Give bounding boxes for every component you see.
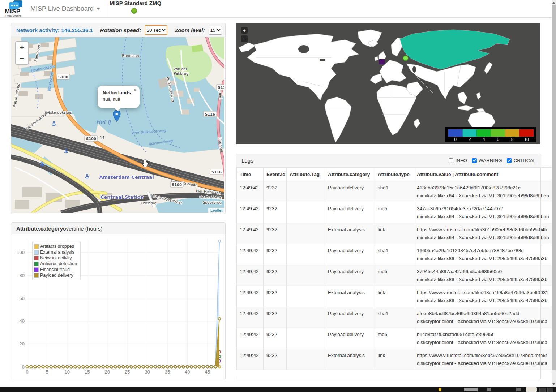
svg-text:10: 10 (65, 369, 70, 375)
taskbar-item[interactable] (547, 388, 553, 392)
svg-text:45: 45 (205, 369, 210, 375)
svg-text:20: 20 (104, 369, 110, 375)
scrollbar-up-arrow[interactable] (552, 0, 556, 5)
popup-body: null, null (103, 96, 140, 102)
page-scrollbar[interactable] (552, 0, 556, 387)
scrollbar-down-arrow[interactable] (552, 382, 556, 387)
svg-text:Bundlaan: Bundlaan (122, 54, 139, 58)
table-cell: 12:49:42 (237, 202, 264, 223)
table-row: 12:49:429232External analysislinkhttps:/… (237, 223, 555, 244)
network-activity-link[interactable]: Network activity: 146.255.36.1 (16, 27, 93, 33)
filter-critical[interactable]: CRITICAL (507, 158, 536, 163)
world-zoom-in-button[interactable]: + (241, 27, 248, 34)
svg-text:60: 60 (20, 296, 25, 301)
world-zoom-out-button[interactable]: − (241, 35, 248, 42)
misp-logo[interactable]: MISP Threat Sharing (5, 0, 27, 17)
attribute-comment: diskcryptor client - Xchecked via VT: 8e… (417, 361, 552, 366)
svg-text:4: 4 (483, 137, 485, 142)
attribute-comment: diskcryptor client - Xchecked via VT: 8e… (417, 340, 552, 345)
log-level-filters: INFOWARNINGCRITICAL (449, 158, 536, 163)
legend-swatch (34, 273, 39, 278)
svg-text:Pekbrug: Pekbrug (174, 72, 189, 76)
svg-text:5: 5 (46, 369, 48, 375)
legend-swatch (34, 267, 39, 272)
legend-label: Network activity (40, 255, 72, 260)
svg-text:Odebrug: Odebrug (141, 201, 157, 205)
popup-close-icon[interactable]: × (133, 87, 137, 92)
value-comment-cell: b14d8faf7f0cbcfad051cefe5f39645fdiskcryp… (414, 328, 555, 349)
country-netherlands-highlight[interactable] (379, 59, 385, 64)
scrollbar-thumb[interactable] (552, 5, 556, 370)
attribute-value: 413eba3973a15c1a6429d9f170f3e8287f98c21c (417, 185, 552, 190)
critical-checkbox[interactable] (507, 158, 512, 163)
column-header: Attribute.type (375, 168, 414, 181)
attribute-category-chart-panel: Attribute.category overtime (hours) 0510… (11, 222, 226, 379)
filter-info[interactable]: INFO (449, 158, 467, 163)
logs-table-header-row: TimeEvent.idAttribute.TagAttribute.categ… (237, 168, 555, 181)
map-zoom-in-button[interactable]: + (16, 42, 28, 53)
filter-label: INFO (455, 158, 467, 163)
zoom-level-label: Zoom level: (175, 27, 205, 33)
attribute-value: https://www.virustotal.com/file/301b905e… (417, 227, 552, 232)
taskbar-item[interactable] (439, 388, 441, 391)
legend-item: Antivirus detection (34, 261, 77, 267)
misp-dashboard-screen: MISP Threat Sharing MISP Live Dashboard … (0, 0, 556, 392)
leaflet-map[interactable]: Het IJVeer BuiksloterwegWesterdokRealeng… (11, 37, 224, 213)
taskbar-item[interactable] (539, 388, 546, 392)
table-cell (287, 223, 325, 244)
info-checkbox[interactable] (449, 158, 453, 163)
table-row: 12:49:429232Payload deliverymd537945c44a… (237, 265, 555, 286)
table-cell: Payload delivery (325, 202, 375, 223)
leaflet-link[interactable]: Leaflet (210, 208, 222, 212)
chevron-down-icon (97, 8, 100, 11)
svg-text:S100: S100 (58, 75, 68, 79)
table-cell (287, 349, 325, 370)
taskbar-item[interactable] (526, 387, 537, 392)
table-cell: sha1 (375, 244, 414, 265)
table-cell (287, 202, 325, 223)
dashboard-menu-label: MISP Live Dashboard (30, 5, 94, 13)
table-cell: 9232 (264, 349, 287, 370)
svg-text:S116: S116 (211, 170, 222, 174)
taskbar-item[interactable] (516, 388, 521, 391)
filter-warning[interactable]: WARNING (472, 158, 502, 163)
svg-text:100: 100 (17, 250, 25, 255)
attribute-comment: mimikatz-like x86 - Xchecked via VT: 2f8… (417, 256, 552, 261)
table-cell: md5 (375, 328, 414, 349)
svg-text:S11: S11 (218, 86, 224, 90)
map-zoom-control: + − (15, 41, 29, 65)
table-cell (287, 181, 325, 202)
dashboard-menu[interactable]: MISP Live Dashboard (30, 0, 100, 17)
table-cell: 12:49:42 (237, 286, 264, 307)
brand-name: MISP (5, 8, 21, 15)
table-cell: Payload delivery (325, 265, 375, 286)
taskbar-item[interactable] (487, 388, 491, 391)
event-marker-dot[interactable] (403, 56, 408, 61)
table-cell: sha1 (375, 307, 414, 328)
chart-legend: Artifacts droppedExternal analysisNetwor… (32, 242, 81, 280)
table-cell: 9232 (264, 286, 287, 307)
map-zoom-out-button[interactable]: − (16, 53, 28, 64)
legend-item: External analysis (34, 249, 77, 255)
legend-item: Network activity (34, 255, 77, 261)
attribute-comment: mimikatz-like x86 - Xchecked via VT: 2f8… (417, 277, 552, 282)
legend-item: Payload delivery (34, 272, 77, 278)
logs-title: Logs (241, 158, 253, 164)
world-map-panel[interactable]: 0246810 + − (236, 23, 541, 145)
legend-swatch (34, 262, 39, 266)
taskbar-item[interactable] (464, 388, 478, 391)
logs-panel-header: Logs INFOWARNINGCRITICAL (236, 154, 541, 167)
warning-checkbox[interactable] (472, 158, 477, 163)
svg-text:10: 10 (524, 137, 529, 142)
table-cell (287, 328, 325, 349)
table-cell: md5 (375, 202, 414, 223)
legend-swatch (34, 244, 39, 249)
table-cell (287, 307, 325, 328)
legend-label: Antivirus detection (40, 261, 77, 266)
network-panel-header: Network activity: 146.255.36.1 Rotation … (11, 23, 225, 37)
rotation-speed-select[interactable]: 30 sec (145, 25, 167, 35)
zoom-level-select[interactable]: 15 (209, 26, 222, 35)
series-payload-delivery (26, 318, 221, 368)
table-row: 12:49:429232Payload deliverysha1afeee8b4… (237, 307, 555, 328)
table-cell: 9232 (264, 181, 287, 202)
